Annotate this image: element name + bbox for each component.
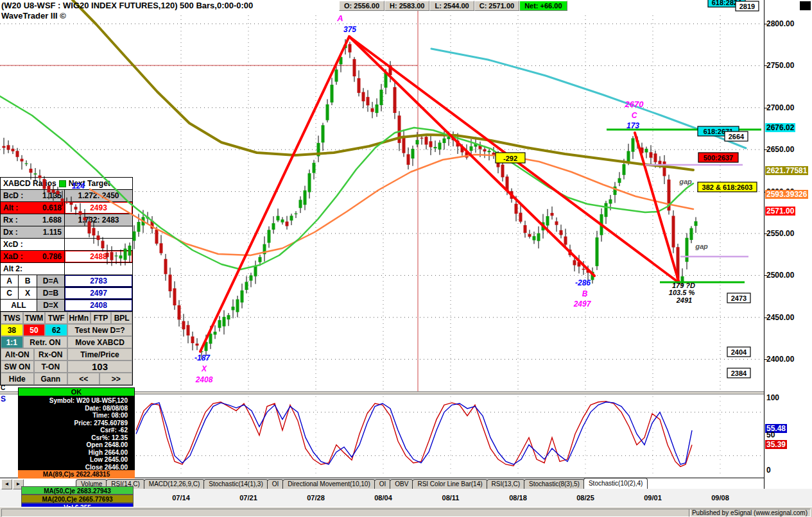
- candle-body: [483, 149, 487, 151]
- tab-stochastic-8-3-5-[interactable]: Stochastic(8(3),5): [524, 479, 585, 489]
- pivot-label-A: A: [336, 13, 343, 23]
- candle-body: [501, 165, 505, 178]
- candle-body: [605, 203, 608, 217]
- info-line: Symbol: W20 U8-WSF,120: [19, 397, 134, 405]
- candle-body: [573, 260, 576, 266]
- candle-body: [241, 291, 244, 303]
- candle-body: [654, 153, 657, 162]
- info-line: Price: 2745.60789: [19, 420, 134, 427]
- axis-price-label: 2400.00: [766, 355, 794, 364]
- candle-body: [447, 137, 451, 139]
- pivot-label-2491: 2491: [676, 296, 692, 304]
- candle-body: [259, 257, 262, 262]
- tab-stochastic-10-2-4-[interactable]: Stochastic(10(2),4): [583, 478, 648, 489]
- axis-price-label: 2450.00: [766, 313, 794, 322]
- candle-body: [331, 85, 334, 103]
- candle-body: [609, 199, 612, 204]
- tab-oi[interactable]: OI: [374, 479, 392, 489]
- axis-tick: [764, 149, 767, 150]
- candle-body: [92, 228, 96, 235]
- candle-body: [3, 146, 6, 148]
- status-bar: Published by eSignal (www.esignal.com): [0, 507, 812, 517]
- flag-label-text: 382 & 618:2603: [702, 183, 753, 191]
- candle-body: [218, 320, 221, 328]
- candle-body: [48, 186, 51, 192]
- candle-body: [133, 232, 136, 241]
- date-label: 07/28: [307, 494, 325, 502]
- candle-body: [690, 228, 693, 240]
- candle-body: [358, 78, 361, 93]
- candle-body: [178, 305, 181, 319]
- candle-body: [308, 173, 311, 192]
- tab-macd-12-26-9-c-[interactable]: MACD(12,26,9,C): [144, 479, 205, 489]
- candle-body: [492, 153, 496, 155]
- ma-line-MA200: [73, 0, 693, 170]
- candle-body: [582, 269, 585, 269]
- axis-price-label: 2500.00: [766, 271, 794, 280]
- candle-body: [416, 140, 419, 144]
- tab-directional-movement-10-10-[interactable]: Directional Movement(10,10): [282, 479, 375, 489]
- candle-body: [533, 236, 536, 240]
- candle-body: [106, 253, 109, 257]
- tab-rsi-color-line-bar-14-[interactable]: RSI Color Line Bar(14): [412, 479, 487, 489]
- quote-net: Net: +66.00: [519, 1, 567, 11]
- date-label: 09/01: [644, 494, 662, 502]
- candle-body: [21, 159, 24, 162]
- price-box-text: 2819: [739, 3, 755, 10]
- pivot-label-C: C: [632, 111, 637, 120]
- axis-tick: [764, 318, 767, 318]
- corner-marker: [800, 1, 811, 10]
- candle-body: [555, 221, 558, 225]
- tab-oi[interactable]: OI: [267, 479, 284, 489]
- axis-price-label: 2650.00: [766, 145, 794, 154]
- candle-body: [335, 69, 338, 81]
- candle-body: [7, 145, 10, 149]
- candle-body: [313, 163, 316, 173]
- candle-body: [196, 344, 199, 346]
- candle-body: [438, 142, 442, 149]
- flag-label-text: -292: [503, 155, 517, 162]
- candle-body: [214, 332, 217, 335]
- candle-body: [551, 213, 554, 216]
- axis-value-flag: 2621.77581: [765, 166, 808, 175]
- candle-body: [326, 105, 329, 121]
- pivot-label-gap: gap: [695, 242, 708, 250]
- info-line: Date: 08/08/08: [19, 405, 134, 412]
- candle-body: [227, 315, 230, 319]
- stoch-axis-label: 35.39: [765, 440, 787, 449]
- publisher-note: Published by eSignal (www.esignal.com): [689, 509, 811, 517]
- candle-body: [515, 204, 518, 214]
- candle-body: [645, 149, 648, 153]
- axis-tick: [764, 233, 767, 234]
- candle-body: [191, 337, 194, 343]
- tab-rsi-13-c-[interactable]: RSI(13,C): [487, 479, 525, 489]
- quote-close: C: 2571.00: [474, 1, 519, 11]
- candle-body: [169, 275, 172, 291]
- candle-body: [155, 230, 159, 244]
- candle-body: [164, 259, 168, 275]
- price-box-text: 2473: [731, 294, 747, 302]
- candle-body: [290, 216, 293, 220]
- tab-scroll-left-icon[interactable]: ◄: [1, 479, 12, 489]
- tab-obv[interactable]: OBV: [390, 479, 413, 489]
- candle-body: [30, 169, 33, 173]
- candle-body: [528, 234, 531, 237]
- candle-body: [596, 237, 599, 266]
- candle-body: [524, 225, 527, 233]
- candle-body: [39, 176, 42, 178]
- tab-stochastic-14-1-3-[interactable]: Stochastic(14(1),3): [203, 479, 268, 489]
- candle-body: [470, 146, 473, 151]
- candle-body: [61, 199, 64, 203]
- pivot-label-124: 124: [72, 182, 85, 191]
- candle-body: [137, 222, 141, 232]
- ok-button[interactable]: OK: [18, 387, 135, 396]
- quote-low: L: 2544.00: [429, 1, 474, 11]
- candle-body: [128, 246, 132, 256]
- candle-body: [353, 59, 356, 76]
- pivot-label-286: -286: [575, 278, 591, 287]
- quote-open: O: 2556.00: [339, 1, 384, 11]
- stoch-axis-label: 0: [766, 466, 771, 475]
- candle-body: [686, 238, 689, 262]
- date-label: 08/25: [576, 494, 594, 502]
- candle-body: [173, 288, 177, 305]
